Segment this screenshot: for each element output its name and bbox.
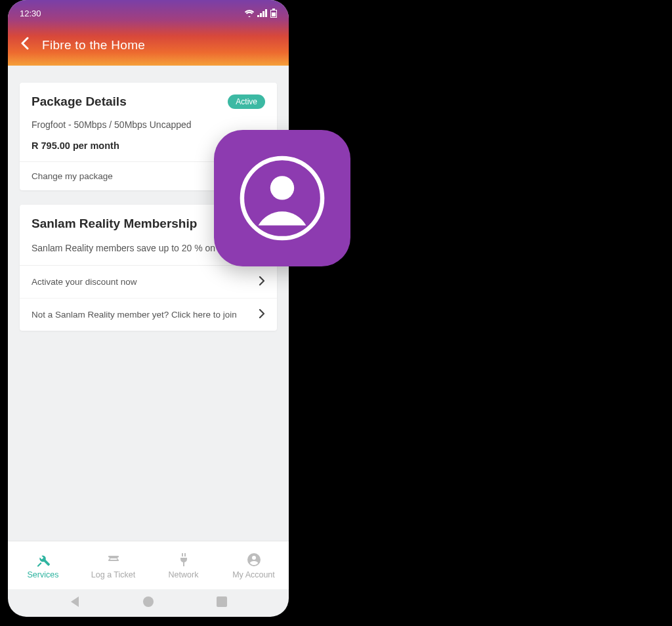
activate-discount-label: Activate your discount now: [32, 277, 137, 287]
android-nav-bar: [8, 589, 289, 617]
nav-network-label: Network: [169, 570, 199, 579]
package-title: Package Details: [32, 94, 127, 109]
profile-app-tile[interactable]: [214, 130, 350, 266]
chevron-left-icon: [20, 37, 29, 50]
status-bar: 12:30: [20, 5, 277, 21]
android-home-button[interactable]: [141, 595, 156, 612]
signal-icon: [257, 9, 268, 17]
plug-icon: [176, 552, 192, 568]
svg-rect-0: [257, 15, 259, 17]
android-back-button[interactable]: [68, 595, 82, 612]
svg-rect-1: [260, 13, 262, 17]
account-icon: [246, 552, 262, 568]
battery-icon: [270, 9, 277, 18]
svg-rect-8: [217, 596, 227, 607]
chevron-right-icon: [259, 308, 265, 322]
activate-discount-link[interactable]: Activate your discount now: [20, 265, 277, 298]
app-header: 12:30 Fibre to the Home: [8, 0, 289, 66]
person-circle-icon: [240, 156, 325, 241]
svg-rect-4: [272, 9, 275, 10]
back-button[interactable]: [20, 37, 29, 54]
bottom-nav: Services Log a Ticket Network My Account: [8, 541, 289, 589]
wifi-icon: [244, 9, 255, 17]
page-title: Fibre to the Home: [42, 38, 145, 52]
phone-frame: 12:30 Fibre to the Home Package Details …: [8, 0, 289, 617]
nav-services-label: Services: [28, 570, 59, 579]
ticket-icon: [106, 552, 121, 568]
status-icons: [244, 9, 277, 18]
package-plan: Frogfoot - 50Mbps / 50Mbps Uncapped: [32, 119, 265, 130]
android-recents-button[interactable]: [215, 595, 229, 612]
join-membership-link[interactable]: Not a Sanlam Reality member yet? Click h…: [20, 298, 277, 331]
nav-my-account[interactable]: My Account: [219, 541, 289, 589]
nav-ticket-label: Log a Ticket: [91, 570, 135, 579]
nav-account-label: My Account: [232, 570, 275, 579]
svg-point-10: [270, 176, 294, 199]
svg-rect-6: [272, 12, 276, 16]
nav-network[interactable]: Network: [148, 541, 219, 589]
tools-icon: [35, 552, 51, 568]
join-membership-label: Not a Sanlam Reality member yet? Click h…: [32, 310, 237, 320]
nav-services[interactable]: Services: [8, 541, 78, 589]
change-package-label: Change my package: [32, 171, 113, 181]
status-badge: Active: [228, 94, 265, 109]
nav-log-ticket[interactable]: Log a Ticket: [78, 541, 148, 589]
svg-point-7: [143, 596, 154, 607]
svg-rect-2: [262, 11, 264, 17]
svg-rect-3: [265, 9, 267, 17]
chevron-right-icon: [259, 275, 265, 289]
status-time: 12:30: [20, 9, 41, 18]
